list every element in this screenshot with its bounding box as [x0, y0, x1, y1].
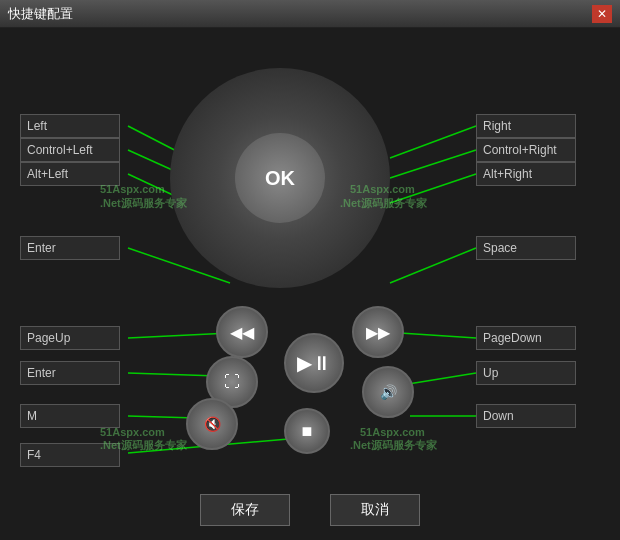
enter-mid-input[interactable]	[20, 361, 120, 385]
enter-top-input[interactable]	[20, 236, 120, 260]
nav-circle[interactable]: OK	[170, 68, 390, 288]
up-input[interactable]	[476, 361, 576, 385]
svg-line-8	[128, 333, 230, 338]
right-input[interactable]	[476, 114, 576, 138]
save-button[interactable]: 保存	[200, 494, 290, 526]
prev-button[interactable]: ◀◀	[216, 306, 268, 358]
close-button[interactable]: ✕	[592, 5, 612, 23]
fullscreen-icon: ⛶	[224, 373, 240, 391]
ok-button[interactable]: OK	[235, 133, 325, 223]
control-left-input[interactable]	[20, 138, 120, 162]
svg-line-3	[390, 126, 476, 158]
alt-right-input[interactable]	[476, 162, 576, 186]
pagedown-input[interactable]	[476, 326, 576, 350]
bottom-bar: 保存 取消	[0, 494, 620, 526]
play-pause-icon: ▶⏸	[297, 351, 332, 375]
stop-icon: ■	[302, 421, 313, 442]
main-area: OK ◀◀ ▶▶ ▶⏸ ⛶ 🔊 🔇 ■ 51Aspx.com .Ne	[0, 28, 620, 540]
volume-button[interactable]: 🔊	[362, 366, 414, 418]
watermark-7: 51Aspx.com	[360, 426, 425, 438]
svg-line-9	[400, 333, 476, 338]
mute-icon: 🔇	[204, 416, 221, 432]
watermark-8: .Net源码服务专家	[350, 438, 437, 453]
title-text: 快捷键配置	[8, 5, 73, 23]
left-input[interactable]	[20, 114, 120, 138]
next-icon: ▶▶	[366, 323, 390, 342]
pageup-input[interactable]	[20, 326, 120, 350]
stop-button[interactable]: ■	[284, 408, 330, 454]
m-input[interactable]	[20, 404, 120, 428]
volume-icon: 🔊	[380, 384, 397, 400]
play-pause-button[interactable]: ▶⏸	[284, 333, 344, 393]
cancel-button[interactable]: 取消	[330, 494, 420, 526]
prev-icon: ◀◀	[230, 323, 254, 342]
control-right-input[interactable]	[476, 138, 576, 162]
svg-line-7	[390, 248, 476, 283]
space-input[interactable]	[476, 236, 576, 260]
mute-button[interactable]: 🔇	[186, 398, 238, 450]
svg-line-4	[390, 150, 476, 178]
svg-line-10	[128, 373, 218, 376]
title-bar: 快捷键配置 ✕	[0, 0, 620, 28]
svg-line-5	[390, 174, 476, 203]
down-input[interactable]	[476, 404, 576, 428]
alt-left-input[interactable]	[20, 162, 120, 186]
f4-input[interactable]	[20, 443, 120, 467]
next-button[interactable]: ▶▶	[352, 306, 404, 358]
